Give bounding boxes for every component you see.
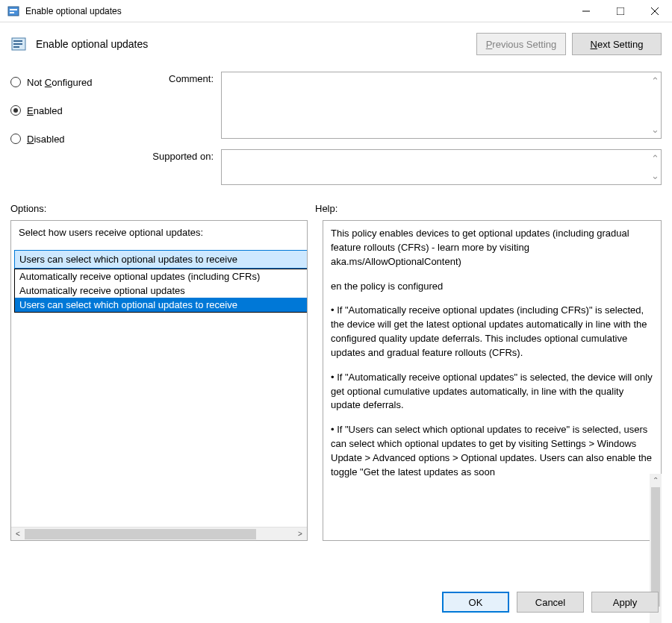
radio-icon [10, 105, 21, 116]
scroll-right-icon[interactable]: > [293, 530, 307, 538]
options-dropdown[interactable]: Users can select which optional updates … [14, 250, 308, 269]
svg-rect-1 [10, 9, 17, 10]
radio-icon [10, 77, 21, 87]
radio-label: Enabled [27, 105, 63, 116]
svg-rect-4 [617, 7, 624, 15]
dropdown-option[interactable]: Automatically receive optional updates (… [15, 269, 308, 284]
svg-rect-9 [13, 43, 22, 45]
scroll-arrows: ⌃⌄ [651, 153, 659, 181]
policy-editor-icon [7, 5, 19, 17]
options-panel: Select how users receive optional update… [10, 220, 308, 541]
policy-header: Enable optional updates Previous Setting… [0, 22, 672, 72]
apply-button[interactable]: Apply [591, 592, 659, 613]
help-text: • If "Automatically receive optional upd… [331, 304, 653, 360]
ok-button[interactable]: OK [442, 592, 509, 613]
help-text: • If "Automatically receive optional upd… [331, 371, 653, 413]
svg-rect-2 [10, 12, 14, 13]
svg-rect-8 [13, 40, 22, 42]
options-dropdown-list: Automatically receive optional updates (… [14, 269, 308, 313]
help-label: Help: [315, 203, 662, 214]
svg-rect-0 [8, 7, 19, 16]
window-title: Enable optional updates [25, 6, 569, 16]
maximize-button[interactable] [603, 0, 638, 22]
state-radio-group: Not Configured Enabled Disabled [10, 72, 137, 195]
radio-label: Not Configured [27, 77, 92, 88]
close-button[interactable] [638, 0, 672, 22]
cancel-button[interactable]: Cancel [517, 592, 584, 613]
help-panel: This policy enables devices to get optio… [323, 220, 662, 541]
previous-setting-button[interactable]: Previous Setting [476, 33, 566, 55]
dropdown-option[interactable]: Automatically receive optional updates [15, 284, 308, 298]
supported-label: Supported on: [137, 149, 221, 185]
radio-disabled[interactable]: Disabled [10, 128, 137, 149]
svg-rect-10 [13, 46, 19, 48]
radio-icon [10, 134, 21, 144]
next-setting-button[interactable]: Next Setting [572, 33, 662, 55]
comment-textbox[interactable]: ⌃⌄ [221, 72, 662, 139]
options-dropdown-label: Select how users receive optional update… [14, 224, 304, 241]
minimize-button[interactable] [569, 0, 603, 22]
supported-textbox: ⌃⌄ [221, 149, 662, 185]
dropdown-option[interactable]: Users can select which optional updates … [15, 298, 308, 312]
comment-label: Comment: [137, 72, 221, 139]
scroll-left-icon[interactable]: < [11, 530, 25, 538]
options-label: Options: [10, 203, 315, 214]
radio-label: Disabled [27, 134, 65, 145]
policy-icon [10, 36, 27, 52]
dialog-footer: OK Cancel Apply [442, 592, 659, 613]
help-text: en the policy is configured [331, 280, 653, 294]
radio-enabled[interactable]: Enabled [10, 100, 137, 121]
policy-name: Enable optional updates [36, 38, 470, 50]
scroll-arrows: ⌃⌄ [651, 75, 659, 135]
help-text: • If "Users can select which optional up… [331, 423, 653, 479]
help-text: This policy enables devices to get optio… [331, 227, 653, 269]
horizontal-scrollbar[interactable]: < > [11, 527, 307, 540]
radio-not-configured[interactable]: Not Configured [10, 72, 137, 93]
titlebar: Enable optional updates [0, 0, 672, 22]
scroll-up-icon[interactable]: ⌃ [650, 474, 662, 487]
